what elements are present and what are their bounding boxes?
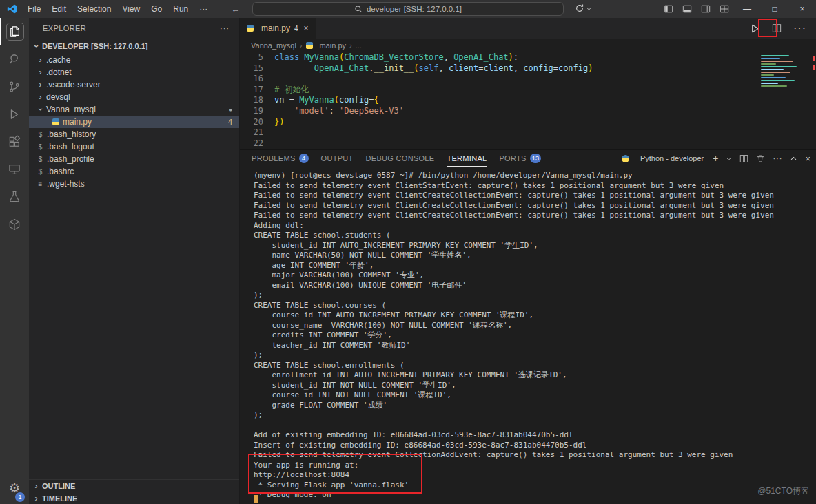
modified-dot-icon: ● bbox=[229, 107, 232, 113]
close-window-button[interactable]: × bbox=[788, 0, 816, 18]
panel-header: PROBLEMS4OUTPUTDEBUG CONSOLETERMINALPORT… bbox=[240, 150, 816, 167]
source-control-icon[interactable] bbox=[0, 73, 29, 101]
tree-item--wget-hsts[interactable]: ≡.wget-hsts bbox=[29, 178, 239, 190]
extensions-icon[interactable] bbox=[0, 128, 29, 156]
close-tab-icon[interactable]: × bbox=[304, 23, 309, 33]
menu-more[interactable]: ··· bbox=[194, 0, 213, 18]
more-actions-icon[interactable]: ··· bbox=[793, 22, 806, 34]
line-number: 15 bbox=[240, 63, 263, 74]
terminal-profile-label[interactable]: Python - developer bbox=[640, 154, 704, 162]
explorer-section-header[interactable]: › DEVELOPER [SSH: 127.0.0.1] bbox=[29, 39, 239, 54]
chevron-down-icon: › bbox=[32, 45, 41, 48]
sync-control[interactable] bbox=[575, 3, 592, 13]
menu-edit[interactable]: Edit bbox=[46, 0, 72, 18]
new-terminal-icon[interactable]: + bbox=[713, 153, 718, 164]
watermark: @51CTO博客 bbox=[757, 485, 809, 497]
sidebar-title: EXPLORER bbox=[43, 24, 86, 32]
terminal-line: Your app is running at: bbox=[254, 461, 816, 471]
run-debug-icon[interactable] bbox=[0, 101, 29, 128]
panel-tab-problems[interactable]: PROBLEMS4 bbox=[252, 150, 309, 167]
workbench: ⚙ 1 EXPLORER ··· › DEVELOPER [SSH: 127.0… bbox=[0, 18, 816, 504]
minimap-error-marker bbox=[813, 56, 815, 61]
menu-bar: FileEditSelectionViewGoRun··· bbox=[22, 0, 213, 18]
menu-selection[interactable]: Selection bbox=[72, 0, 116, 18]
terminal-line: Add of existing embedding ID: e86684ad-0… bbox=[254, 430, 816, 441]
breadcrumb-item[interactable]: ... bbox=[356, 41, 362, 50]
search-icon[interactable] bbox=[0, 45, 29, 73]
file-name: main.py bbox=[63, 117, 92, 127]
tree-item--dotnet[interactable]: ›.dotnet bbox=[29, 66, 239, 78]
minimap-error-marker bbox=[813, 65, 815, 70]
menu-run[interactable]: Run bbox=[167, 0, 194, 18]
settings-badge: 1 bbox=[15, 492, 25, 502]
run-python-file-button[interactable] bbox=[750, 23, 760, 34]
command-center-search[interactable]: developer [SSH: 127.0.0.1] bbox=[252, 2, 564, 16]
line-number: 5 bbox=[240, 52, 263, 63]
terminal-line bbox=[254, 421, 816, 431]
terminal-line: ); bbox=[254, 291, 816, 301]
tree-item--bashrc[interactable]: $.bashrc bbox=[29, 165, 239, 178]
terminal-line: CREATE TABLE school.courses ( bbox=[254, 301, 816, 311]
panel-tab-output[interactable]: OUTPUT bbox=[321, 150, 354, 167]
terminal-dropdown-icon[interactable] bbox=[726, 156, 732, 162]
terminal-line: ); bbox=[254, 410, 816, 421]
menu-view[interactable]: View bbox=[116, 0, 145, 18]
kill-terminal-icon[interactable] bbox=[756, 154, 765, 163]
minimize-button[interactable]: — bbox=[733, 0, 761, 18]
menu-file[interactable]: File bbox=[22, 0, 46, 18]
remote-explorer-icon[interactable] bbox=[0, 156, 29, 183]
breadcrumb-item[interactable]: Vanna_mysql bbox=[251, 41, 296, 50]
minimap[interactable] bbox=[758, 54, 816, 149]
terminal-line: Failed to send telemetry event ClientCre… bbox=[254, 191, 816, 201]
toggle-sidebar-icon[interactable] bbox=[659, 0, 677, 18]
code-line bbox=[274, 138, 816, 149]
terminal-line: student_id INT NOT NULL COMMENT '学生ID', bbox=[254, 381, 816, 391]
panel-tab-ports[interactable]: PORTS13 bbox=[499, 150, 541, 167]
line-number: 19 bbox=[240, 106, 263, 117]
title-bar: FileEditSelectionViewGoRun··· ← → develo… bbox=[0, 0, 816, 18]
panel-tab-terminal[interactable]: TERMINAL bbox=[447, 150, 487, 167]
explorer-more-actions-icon[interactable]: ··· bbox=[220, 24, 229, 32]
sync-icon bbox=[575, 3, 584, 13]
code-editor[interactable]: 51516171819202122 class MyVanna(ChromaDB… bbox=[240, 52, 816, 149]
back-arrow-icon[interactable]: ← bbox=[231, 4, 240, 14]
close-panel-icon[interactable]: × bbox=[805, 154, 810, 164]
python-terminal-icon bbox=[622, 155, 629, 162]
tree-item--cache[interactable]: ›.cache bbox=[29, 54, 239, 66]
containers-icon[interactable] bbox=[0, 211, 29, 238]
tree-item--bash-profile[interactable]: $.bash_profile bbox=[29, 153, 239, 165]
breadcrumb-item[interactable]: main.py bbox=[320, 41, 347, 50]
tree-item--bash-logout[interactable]: $.bash_logout bbox=[29, 140, 239, 153]
code-line: # 初始化 bbox=[274, 85, 816, 96]
chevron-right-icon: › bbox=[36, 92, 45, 102]
tree-item-main-py[interactable]: main.py4 bbox=[29, 116, 239, 128]
explorer-icon[interactable] bbox=[0, 18, 29, 45]
maximize-button[interactable]: □ bbox=[761, 0, 788, 18]
terminal-output[interactable]: (myenv) [root@ecs-devstage-0587 ~]# /bin… bbox=[240, 167, 816, 504]
customize-layout-icon[interactable] bbox=[715, 0, 733, 18]
toggle-secondary-sidebar-icon[interactable] bbox=[696, 0, 715, 18]
panel-tab-debug-console[interactable]: DEBUG CONSOLE bbox=[366, 150, 435, 167]
split-editor-icon[interactable] bbox=[772, 23, 782, 33]
terminal-line: (myenv) [root@ecs-devstage-0587 ~]# /bin… bbox=[254, 171, 816, 181]
breadcrumb-separator-icon: › bbox=[300, 41, 303, 50]
split-terminal-icon[interactable] bbox=[740, 154, 748, 163]
code-line bbox=[274, 127, 816, 138]
testing-icon[interactable] bbox=[0, 183, 29, 211]
tree-item-vanna-mysql[interactable]: ›Vanna_mysql● bbox=[29, 103, 239, 116]
outline-section[interactable]: › OUTLINE bbox=[29, 479, 239, 492]
terminal-cursor bbox=[254, 495, 258, 503]
menu-go[interactable]: Go bbox=[145, 0, 167, 18]
editor-group: main.py 4 × ··· Vanna_mysql›main.py›... … bbox=[240, 18, 816, 504]
toggle-panel-icon[interactable] bbox=[677, 0, 696, 18]
titlebar-right-controls: — □ × bbox=[659, 0, 816, 18]
settings-gear-icon[interactable]: ⚙ 1 bbox=[0, 472, 29, 504]
terminal-line: Failed to send telemetry event ClientCre… bbox=[254, 201, 816, 211]
panel-more-actions-icon[interactable]: ··· bbox=[773, 154, 782, 162]
tree-item--bash-history[interactable]: $.bash_history bbox=[29, 128, 239, 140]
tree-item-devsql[interactable]: ›devsql bbox=[29, 91, 239, 103]
tree-item--vscode-server[interactable]: ›.vscode-server bbox=[29, 78, 239, 91]
timeline-section[interactable]: › TIMELINE bbox=[29, 492, 239, 504]
tab-main-py[interactable]: main.py 4 × bbox=[240, 18, 316, 39]
maximize-panel-icon[interactable] bbox=[790, 155, 797, 162]
